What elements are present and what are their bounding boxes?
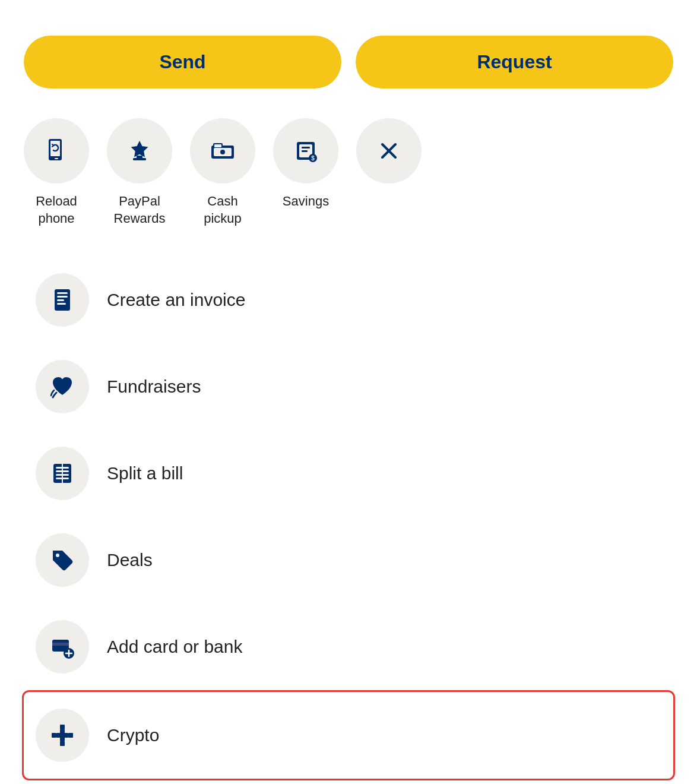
deals-icon — [49, 547, 75, 573]
cash-pickup-label: Cashpickup — [204, 193, 242, 227]
close-icon-circle — [356, 118, 422, 184]
request-button[interactable]: Request — [356, 36, 673, 88]
svg-point-28 — [56, 554, 59, 557]
create-invoice-label: Create an invoice — [107, 290, 245, 310]
fundraisers-label: Fundraisers — [107, 377, 201, 397]
savings-icon-circle: $ — [273, 118, 338, 184]
fundraisers-icon — [49, 374, 75, 400]
cash-pickup-icon — [208, 136, 237, 166]
reload-phone-label: Reloadphone — [36, 193, 77, 227]
svg-rect-19 — [57, 296, 68, 298]
split-bill-icon — [49, 460, 75, 486]
list-items-container: Create an invoice Fundraisers Split a bi… — [24, 257, 673, 780]
svg-point-6 — [220, 150, 225, 154]
quick-action-close[interactable] — [356, 118, 422, 193]
cash-pickup-icon-circle — [190, 118, 255, 184]
svg-rect-30 — [52, 643, 69, 646]
svg-rect-36 — [52, 733, 56, 738]
savings-icon: $ — [291, 136, 321, 166]
list-item-crypto[interactable]: Crypto — [22, 690, 675, 780]
svg-rect-34 — [60, 725, 65, 729]
svg-rect-37 — [68, 733, 73, 738]
quick-actions-row: Reloadphone PayPalRewards Cashpickup — [24, 118, 673, 227]
list-item-fundraisers[interactable]: Fundraisers — [24, 343, 673, 430]
savings-label: Savings — [283, 193, 329, 210]
fundraisers-icon-circle — [36, 360, 89, 413]
quick-action-cash-pickup[interactable]: Cashpickup — [190, 118, 255, 227]
svg-rect-39 — [56, 733, 68, 738]
close-icon — [374, 136, 404, 166]
crypto-icon — [49, 722, 75, 748]
svg-rect-8 — [214, 144, 221, 147]
add-card-bank-icon-circle — [36, 620, 89, 674]
split-bill-icon-circle — [36, 447, 89, 500]
svg-text:$: $ — [311, 155, 315, 162]
list-item-deals[interactable]: Deals — [24, 517, 673, 603]
svg-rect-35 — [60, 741, 65, 746]
svg-rect-20 — [57, 299, 64, 301]
crypto-icon-circle — [36, 709, 89, 762]
add-card-bank-icon — [49, 634, 75, 660]
create-invoice-icon — [49, 287, 75, 313]
list-item-add-card-bank[interactable]: Add card or bank — [24, 603, 673, 690]
svg-rect-12 — [302, 150, 308, 152]
list-item-create-invoice[interactable]: Create an invoice — [24, 257, 673, 343]
paypal-rewards-icon-circle — [107, 118, 172, 184]
send-button[interactable]: Send — [24, 36, 341, 88]
quick-action-paypal-rewards[interactable]: PayPalRewards — [107, 118, 172, 227]
reload-phone-icon-circle — [24, 118, 89, 184]
create-invoice-icon-circle — [36, 273, 89, 327]
split-bill-label: Split a bill — [107, 463, 183, 483]
deals-icon-circle — [36, 533, 89, 587]
svg-rect-11 — [302, 147, 310, 148]
reload-phone-icon — [42, 136, 71, 166]
paypal-rewards-icon — [125, 136, 154, 166]
list-item-split-bill[interactable]: Split a bill — [24, 430, 673, 517]
svg-rect-3 — [137, 156, 142, 159]
svg-rect-21 — [57, 303, 66, 305]
deals-label: Deals — [107, 550, 153, 570]
paypal-rewards-label: PayPalRewards — [114, 193, 166, 227]
quick-action-savings[interactable]: $ Savings — [273, 118, 338, 210]
add-card-bank-label: Add card or bank — [107, 637, 242, 657]
crypto-label: Crypto — [107, 725, 159, 745]
quick-action-reload-phone[interactable]: Reloadphone — [24, 118, 89, 227]
svg-rect-18 — [57, 292, 68, 294]
top-buttons-container: Send Request — [24, 36, 673, 88]
